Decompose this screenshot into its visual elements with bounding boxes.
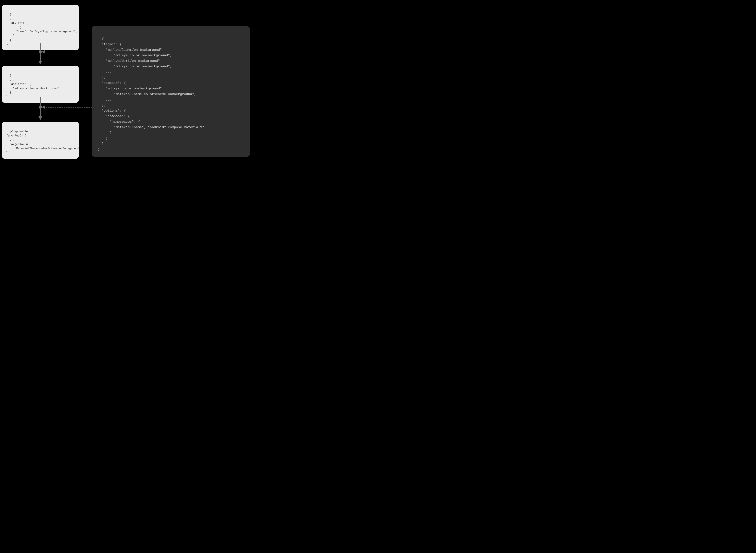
- mapping-card: { "figma": { "md/sys/light/on-background…: [92, 26, 250, 157]
- svg-marker-3: [42, 50, 45, 53]
- arrow-left-head-2: [42, 105, 45, 109]
- dashed-connector-1: [44, 52, 92, 52]
- arrow-down-1: [37, 43, 43, 64]
- arrow-left-head-1: [42, 50, 45, 54]
- ambients-code: { ... "ambients": { "md.sys.color.on-bac…: [6, 74, 68, 98]
- svg-marker-5: [38, 116, 42, 120]
- mapping-code: { "figma": { "md/sys/light/on-background…: [98, 37, 204, 151]
- dashed-connector-2: [44, 107, 92, 107]
- svg-marker-1: [38, 61, 42, 64]
- composable-code: @Composable func Foo() { ... Bar(color =…: [6, 130, 81, 154]
- svg-point-6: [39, 105, 42, 109]
- svg-point-2: [39, 50, 42, 53]
- composable-snippet-card: @Composable func Foo() { ... Bar(color =…: [2, 122, 79, 159]
- svg-marker-7: [42, 105, 45, 109]
- styles-code: { ... "styles": { ... { "name": "md/sys/…: [6, 13, 77, 46]
